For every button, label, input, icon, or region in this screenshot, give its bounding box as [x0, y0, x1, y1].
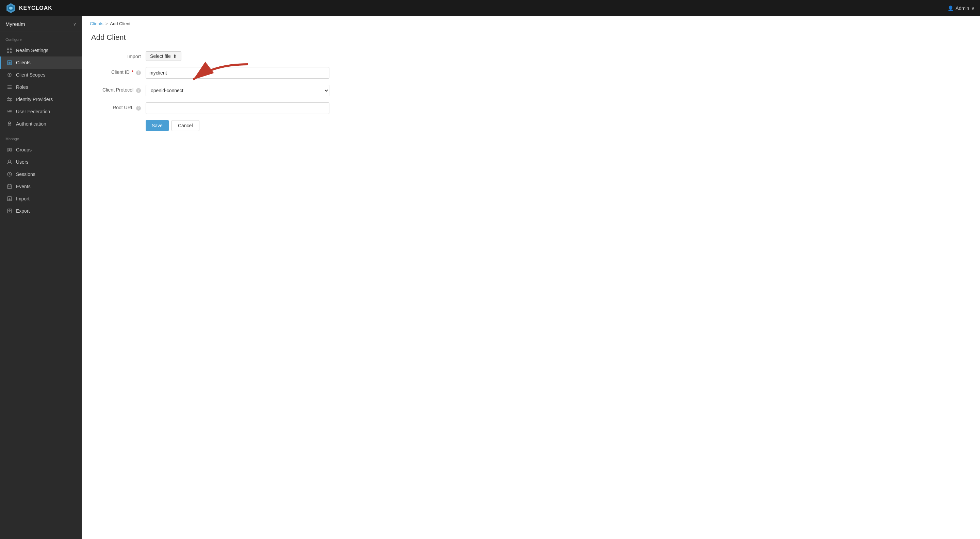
- svg-point-23: [10, 148, 11, 150]
- svg-rect-8: [8, 62, 11, 64]
- root-url-label: Root URL ?: [91, 102, 146, 111]
- client-id-control: [146, 67, 329, 79]
- events-icon: [6, 183, 13, 189]
- svg-point-24: [8, 160, 11, 162]
- upload-icon: ⬆: [173, 53, 177, 59]
- realm-chevron-icon: ∨: [73, 22, 76, 27]
- sidebar-item-events[interactable]: Events: [0, 180, 82, 192]
- sidebar-item-clients-label: Clients: [16, 60, 30, 65]
- user-menu[interactable]: 👤 Admin ∨: [948, 5, 975, 11]
- sidebar: Myrealm ∨ Configure Realm Settings: [0, 16, 82, 539]
- root-url-row: Root URL ?: [91, 102, 329, 114]
- realm-name: Myrealm: [5, 21, 25, 27]
- sidebar-item-import-label: Import: [16, 196, 30, 202]
- sidebar-item-authentication-label: Authentication: [16, 121, 46, 127]
- svg-point-21: [9, 124, 10, 125]
- manage-section: Manage Groups: [0, 131, 82, 218]
- manage-label: Manage: [0, 135, 82, 144]
- export-icon: [6, 208, 13, 214]
- breadcrumb: Clients > Add Client: [82, 16, 980, 26]
- client-id-input[interactable]: [146, 67, 329, 79]
- authentication-icon: [6, 121, 13, 127]
- select-file-button[interactable]: Select file ⬆: [146, 51, 181, 61]
- sidebar-item-client-scopes-label: Client Scopes: [16, 72, 45, 78]
- client-protocol-select[interactable]: openid-connect saml: [146, 85, 329, 96]
- import-label: Import: [91, 51, 146, 59]
- svg-point-22: [8, 148, 10, 150]
- sidebar-item-client-scopes[interactable]: Client Scopes: [0, 69, 82, 81]
- import-row: Import Select file ⬆: [91, 51, 329, 61]
- sidebar-item-groups[interactable]: Groups: [0, 144, 82, 156]
- import-icon: [6, 196, 13, 202]
- roles-icon: [6, 84, 13, 90]
- client-id-row: Client ID * ?: [91, 67, 329, 79]
- user-chevron-icon: ∨: [971, 5, 975, 11]
- configure-label: Configure: [0, 36, 82, 44]
- keycloak-logo-icon: [5, 3, 16, 14]
- client-protocol-control: openid-connect saml: [146, 85, 329, 96]
- users-icon: [6, 159, 13, 165]
- svg-line-27: [10, 174, 11, 175]
- root-url-help-icon[interactable]: ?: [136, 106, 141, 111]
- breadcrumb-clients-link[interactable]: Clients: [90, 21, 103, 26]
- add-client-form: Import Select file ⬆ Client ID * ?: [91, 51, 970, 131]
- groups-icon: [6, 147, 13, 153]
- user-label: Admin: [956, 5, 969, 11]
- sidebar-item-identity-providers-label: Identity Providers: [16, 97, 53, 102]
- client-protocol-row: Client Protocol ? openid-connect saml: [91, 85, 329, 96]
- sidebar-item-users-label: Users: [16, 159, 29, 165]
- page-content: Add Client Import Selec: [82, 26, 980, 138]
- sidebar-item-groups-label: Groups: [16, 147, 32, 153]
- svg-rect-5: [7, 51, 9, 53]
- sidebar-item-identity-providers[interactable]: Identity Providers: [0, 93, 82, 105]
- realm-selector[interactable]: Myrealm ∨: [0, 16, 82, 32]
- realm-settings-icon: [6, 47, 13, 53]
- client-scopes-icon: [6, 72, 13, 78]
- svg-rect-28: [8, 185, 11, 189]
- svg-rect-3: [7, 48, 9, 50]
- import-control: Select file ⬆: [146, 51, 329, 61]
- save-button[interactable]: Save: [146, 120, 169, 131]
- sidebar-item-realm-settings-label: Realm Settings: [16, 48, 48, 53]
- client-protocol-label: Client Protocol ?: [91, 85, 146, 93]
- sidebar-item-user-federation[interactable]: User Federation: [0, 105, 82, 118]
- brand-name: KEYCLOAK: [19, 5, 52, 11]
- configure-section: Configure Realm Settings: [0, 32, 82, 131]
- form-actions: Save Cancel: [146, 120, 970, 131]
- select-file-label: Select file: [150, 53, 171, 59]
- user-federation-icon: [6, 108, 13, 114]
- client-id-label: Client ID * ?: [91, 67, 146, 75]
- sessions-icon: [6, 171, 13, 177]
- user-icon: 👤: [948, 5, 953, 11]
- svg-rect-4: [10, 48, 12, 50]
- sidebar-item-roles-label: Roles: [16, 84, 28, 90]
- svg-rect-6: [10, 51, 12, 53]
- clients-icon: [6, 60, 13, 66]
- sidebar-item-events-label: Events: [16, 184, 30, 189]
- sidebar-item-clients[interactable]: Clients: [0, 56, 82, 69]
- root-url-control: [146, 102, 329, 114]
- breadcrumb-current: Add Client: [110, 21, 130, 26]
- root-url-input[interactable]: [146, 102, 329, 114]
- svg-rect-19: [8, 110, 9, 111]
- sidebar-item-sessions[interactable]: Sessions: [0, 168, 82, 180]
- identity-providers-icon: [6, 96, 13, 102]
- cancel-button[interactable]: Cancel: [172, 120, 199, 131]
- sidebar-item-sessions-label: Sessions: [16, 172, 35, 177]
- svg-point-10: [9, 74, 10, 76]
- sidebar-item-export-label: Export: [16, 208, 30, 214]
- breadcrumb-separator: >: [105, 21, 108, 26]
- sidebar-item-export[interactable]: Export: [0, 205, 82, 217]
- navbar: KEYCLOAK 👤 Admin ∨: [0, 0, 980, 16]
- sidebar-item-roles[interactable]: Roles: [0, 81, 82, 93]
- sidebar-item-user-federation-label: User Federation: [16, 109, 50, 114]
- client-protocol-help-icon[interactable]: ?: [136, 88, 141, 93]
- sidebar-item-realm-settings[interactable]: Realm Settings: [0, 44, 82, 56]
- sidebar-item-authentication[interactable]: Authentication: [0, 118, 82, 130]
- brand: KEYCLOAK: [5, 3, 52, 14]
- client-id-help-icon[interactable]: ?: [136, 70, 141, 75]
- sidebar-item-users[interactable]: Users: [0, 156, 82, 168]
- client-id-required: *: [132, 69, 134, 75]
- main-content: Clients > Add Client Add Client: [82, 16, 980, 539]
- sidebar-item-import[interactable]: Import: [0, 192, 82, 205]
